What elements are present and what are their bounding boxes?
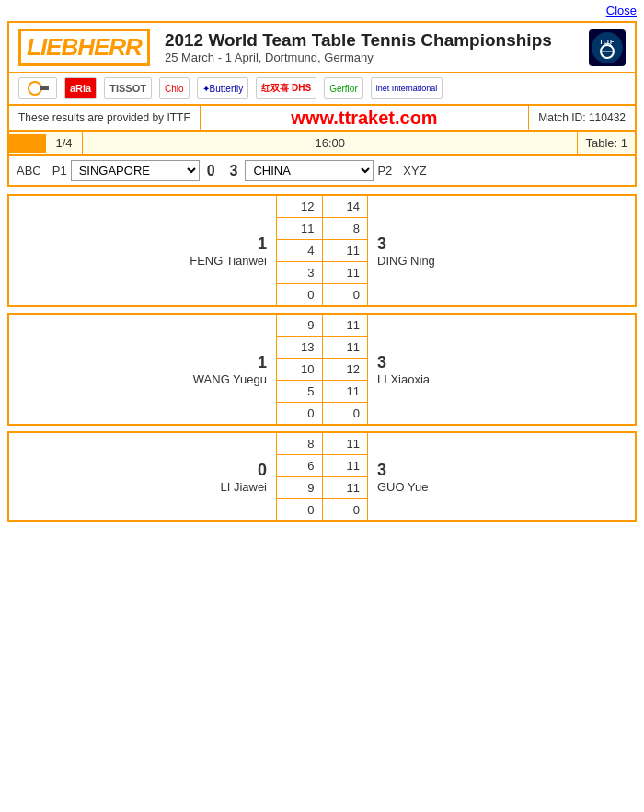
match-1-set-3-right: 11: [323, 240, 368, 261]
match-1-set-2: 11 8: [277, 218, 367, 240]
liebherr-logo: LIEBHERR: [18, 29, 150, 66]
info-bar: These results are provided by ITTF www.t…: [7, 106, 637, 132]
match-3-set-3-left: 9: [277, 477, 323, 498]
match-3-set-2: 6 11: [277, 455, 367, 477]
match-2-player-right: 3 LI Xiaoxia: [368, 315, 635, 424]
match-3-set-1-left: 8: [277, 433, 323, 454]
match-3-set-3: 9 11: [277, 477, 367, 499]
match-2-row: 1 WANG Yuegu 9 11 13 11 10 12 5 11 0 0: [9, 315, 635, 424]
championship-title: 2012 World Team Table Tennis Championshi…: [165, 30, 589, 51]
match-2-set-3: 10 12: [277, 359, 367, 381]
match-1-player-left: 1 FENG Tianwei: [9, 196, 276, 305]
match-2-scores: 9 11 13 11 10 12 5 11 0 0: [276, 315, 368, 424]
team-p2-score: 3: [223, 163, 246, 179]
yellow-sq2: [28, 134, 46, 153]
header-top: LIEBHERR 2012 World Team Table Tennis Ch…: [9, 23, 635, 73]
match-2-set-5-right: 0: [323, 403, 368, 424]
sponsor-gerflor: Gerflor: [324, 77, 363, 99]
svg-text:ITTF: ITTF: [601, 39, 615, 45]
match-1-row: 1 FENG Tianwei 12 14 11 8 4 11 3 11 0 0: [9, 196, 635, 305]
match-bar: 1/4 16:00 Table: 1: [7, 132, 637, 156]
match-round: 1/4: [46, 132, 83, 154]
sponsor-chio: Chio: [159, 77, 190, 99]
match-1: 1 FENG Tianwei 12 14 11 8 4 11 3 11 0 0: [7, 194, 637, 307]
team-p1-select[interactable]: SINGAPORE: [71, 160, 200, 181]
match-1-set-3-left: 4: [277, 240, 323, 261]
team-xyz-label: XYZ: [396, 164, 433, 177]
match-1-set-2-right: 8: [323, 218, 368, 239]
match-2-set-4: 5 11: [277, 381, 367, 403]
yellow-sq1: [9, 134, 28, 153]
match-3: 0 LI Jiawei 8 11 6 11 9 11 0 0 3 GUO Yue: [7, 431, 637, 522]
match-1-scores: 12 14 11 8 4 11 3 11 0 0: [276, 196, 368, 305]
match-2-name-left: WANG Yuegu: [193, 372, 267, 386]
team-p1-label: P1: [49, 164, 71, 177]
match-1-set-5: 0 0: [277, 284, 367, 305]
sponsor-tissot: TISSOT: [104, 77, 152, 99]
ittf-credit: These results are provided by ITTF: [9, 106, 201, 130]
match-2-set-3-right: 12: [323, 359, 368, 380]
match-1-set-1: 12 14: [277, 196, 367, 218]
match-3-set-1-right: 11: [323, 433, 368, 454]
match-1-set-5-right: 0: [323, 284, 368, 305]
match-2-score-left: 1: [258, 353, 267, 372]
match-3-set-1: 8 11: [277, 433, 367, 455]
match-3-set-4: 0 0: [277, 499, 367, 520]
team-abc-label: ABC: [9, 164, 49, 177]
match-2-set-5: 0 0: [277, 403, 367, 424]
match-1-set-1-left: 12: [277, 196, 323, 217]
match-2-set-2: 13 11: [277, 337, 367, 359]
ittf-logo: ITTF: [589, 29, 626, 66]
match-table: Table: 1: [578, 132, 635, 154]
sponsor-butterfly: ✦Butterfly: [197, 77, 249, 99]
match-2-set-2-left: 13: [277, 337, 323, 358]
sponsor-pp: [18, 77, 57, 99]
match-3-player-left: 0 LI Jiawei: [9, 433, 276, 520]
sponsor-inet: inet International: [371, 77, 443, 99]
match-2-score-right: 3: [377, 353, 386, 372]
match-2-name-right: LI Xiaoxia: [377, 372, 430, 386]
match-1-score-left: 1: [258, 234, 267, 254]
match-1-name-right: DING Ning: [377, 254, 435, 268]
match-1-set-4-right: 11: [323, 262, 368, 283]
match-3-name-left: LI Jiawei: [220, 480, 267, 494]
match-2-player-left: 1 WANG Yuegu: [9, 315, 276, 424]
svg-point-4: [29, 82, 41, 95]
match-id: Match ID: 110432: [528, 106, 635, 130]
svg-rect-5: [40, 86, 49, 90]
header-box: LIEBHERR 2012 World Team Table Tennis Ch…: [7, 21, 637, 106]
match-2-set-5-left: 0: [277, 403, 323, 424]
match-time: 16:00: [83, 132, 578, 154]
match-2-set-1-left: 9: [277, 315, 323, 336]
match-2-set-1: 9 11: [277, 315, 367, 337]
match-1-set-3: 4 11: [277, 240, 367, 262]
match-3-set-4-right: 0: [323, 499, 368, 520]
match-3-player-right: 3 GUO Yue: [368, 433, 635, 520]
team-p2-label: P2: [374, 164, 396, 177]
match-3-score-right: 3: [377, 461, 386, 480]
match-2-set-4-right: 11: [323, 381, 368, 402]
close-link[interactable]: Close: [0, 0, 644, 21]
match-1-set-4-left: 3: [277, 262, 323, 283]
match-1-set-4: 3 11: [277, 262, 367, 284]
match-2-set-4-left: 5: [277, 381, 323, 402]
team-p1-score: 0: [200, 163, 223, 179]
match-2-set-1-right: 11: [323, 315, 368, 336]
match-3-set-2-left: 6: [277, 455, 323, 476]
match-1-set-5-left: 0: [277, 284, 323, 305]
header-title: 2012 World Team Table Tennis Championshi…: [165, 30, 589, 64]
sponsor-dhs: 红双喜 DHS: [256, 77, 316, 99]
sponsor-arla: aRla: [64, 77, 97, 99]
match-3-set-3-right: 11: [323, 477, 368, 498]
match-3-set-4-left: 0: [277, 499, 323, 520]
match-3-row: 0 LI Jiawei 8 11 6 11 9 11 0 0 3 GUO Yue: [9, 433, 635, 520]
website-link: www.ttraket.com: [201, 108, 529, 129]
match-2: 1 WANG Yuegu 9 11 13 11 10 12 5 11 0 0: [7, 313, 637, 426]
match-1-score-right: 3: [377, 234, 386, 254]
match-3-set-2-right: 11: [323, 455, 368, 476]
match-1-player-right: 3 DING Ning: [368, 196, 635, 305]
match-1-set-1-right: 14: [323, 196, 368, 217]
match-2-set-3-left: 10: [277, 359, 323, 380]
match-1-name-left: FENG Tianwei: [190, 254, 267, 268]
team-p2-select[interactable]: CHINA: [245, 160, 374, 181]
